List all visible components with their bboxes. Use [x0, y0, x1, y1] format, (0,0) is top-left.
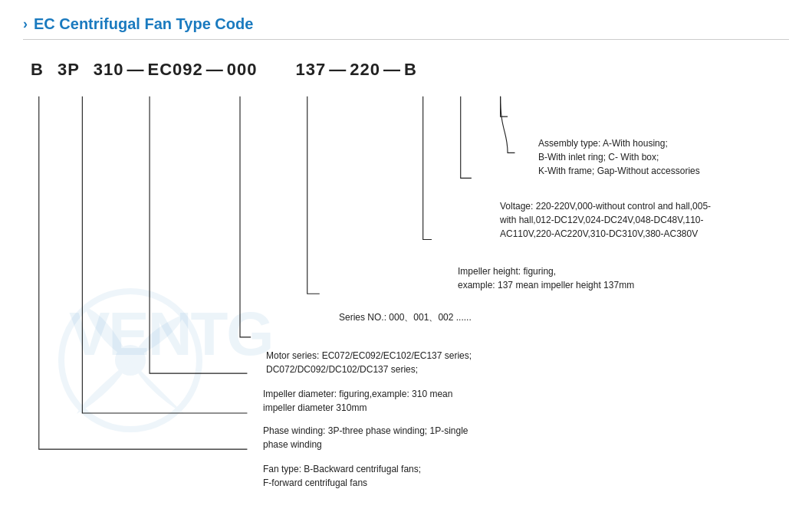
annotation-motor-series-text: DC072/DC092/DC102/DC137 series; [266, 364, 418, 375]
code-dash-1: — [127, 60, 145, 80]
watermark-fan-icon [54, 284, 207, 437]
diagram-area: VENTG B 3P 310 — EC092 — 000 137 — 220 —… [23, 46, 789, 498]
annotation-series-no-label: Series NO.: 000、001、002 ...... [339, 312, 472, 323]
annotation-impeller-diameter-label: Impeller diameter: figuring,example: 310… [263, 389, 452, 399]
code-dash-2: — [206, 60, 224, 80]
annotation-phase-winding: Phase winding: 3P-three phase winding; 1… [263, 424, 468, 451]
annotation-motor-series-label: Motor series: EC072/EC092/EC102/EC137 se… [266, 350, 472, 361]
annotation-voltage-text: with hall,012-DC12V,024-DC24V,048-DC48V,… [500, 215, 704, 225]
annotation-fan-type: Fan type: B-Backward centrifugal fans; F… [263, 462, 421, 490]
code-dash-4: — [383, 60, 401, 80]
annotation-impeller-diameter-text: impeller diameter 310mm [263, 402, 367, 413]
annotation-fan-type-text: F-forward centrifugal fans [263, 478, 367, 488]
annotation-voltage: Voltage: 220-220V,000-without control an… [500, 199, 711, 241]
code-000: 000 [227, 60, 258, 80]
annotation-motor-series: Motor series: EC072/EC092/EC102/EC137 se… [266, 349, 472, 376]
watermark-text: VENTG [69, 299, 273, 369]
annotation-impeller-height-label: Impeller height: figuring, [458, 266, 556, 277]
code-310: 310 [94, 60, 124, 80]
svg-point-1 [115, 345, 146, 376]
code-220: 220 [350, 60, 380, 80]
annotation-assembly: Assembly type: A-With housing; B-With in… [538, 136, 700, 178]
code-row: B 3P 310 — EC092 — 000 137 — 220 — B [31, 60, 417, 80]
code-B2: B [404, 60, 417, 80]
annotation-voltage-label: Voltage: 220-220V,000-without control an… [500, 201, 711, 212]
annotation-voltage-text2: AC110V,220-AC220V,310-DC310V,380-AC380V [500, 228, 698, 239]
title-chevron: › [23, 16, 28, 32]
code-137: 137 [296, 60, 327, 80]
annotation-phase-winding-label: Phase winding: 3P-three phase winding; 1… [263, 425, 468, 436]
annotation-phase-winding-text: phase winding [263, 439, 322, 450]
annotation-impeller-diameter: Impeller diameter: figuring,example: 310… [263, 387, 452, 415]
page: › EC Centrifugal Fan Type Code VENTG B 3… [0, 0, 812, 512]
code-dash-3: — [329, 60, 347, 80]
svg-point-0 [61, 291, 199, 429]
annotation-impeller-height: Impeller height: figuring, example: 137 … [458, 264, 634, 292]
annotation-series-no: Series NO.: 000、001、002 ...... [339, 310, 472, 324]
annotation-fan-type-label: Fan type: B-Backward centrifugal fans; [263, 464, 421, 474]
title-section: › EC Centrifugal Fan Type Code [23, 15, 789, 40]
annotation-assembly-text2: K-With frame; Gap-Without accessories [538, 166, 700, 176]
code-3P: 3P [58, 60, 80, 80]
page-title: EC Centrifugal Fan Type Code [34, 15, 253, 33]
annotation-assembly-text: B-With inlet ring; C- With box; [538, 152, 659, 162]
code-EC092: EC092 [148, 60, 203, 80]
annotation-impeller-height-text: example: 137 mean impeller height 137mm [458, 280, 634, 290]
annotation-assembly-label: Assembly type: A-With housing; [538, 138, 668, 149]
code-B: B [31, 60, 44, 80]
